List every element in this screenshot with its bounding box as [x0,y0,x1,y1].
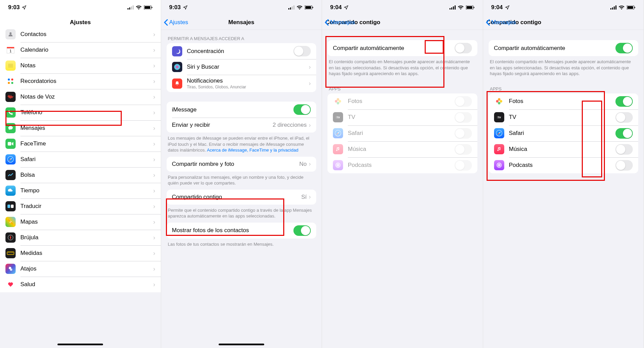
chevron-right-icon: › [153,47,155,54]
toggle-tv[interactable] [455,112,472,123]
row-reminders[interactable]: Recordatorios › [0,73,161,89]
music-icon [494,144,504,154]
row-app-tv[interactable]: tv TV [327,109,477,125]
row-label: Safari [348,130,455,137]
row-mostrar-fotos[interactable]: Mostrar fotos de los contactos [167,223,317,239]
row-app-photos[interactable]: Fotos [327,93,477,109]
mensajes-content[interactable]: PERMITIR A MENSAJES ACCEDER A Concentrac… [161,30,322,348]
svg-rect-43 [455,5,456,10]
phone-2-mensajes: 9:03 Ajustes Mensajes PERMITIR A MENSAJE… [161,0,322,348]
chevron-right-icon: › [153,187,155,194]
row-concentracion[interactable]: Concentración [167,43,317,59]
home-indicator[interactable] [57,344,103,345]
signal-icon [288,5,294,10]
toggle-safari[interactable] [615,128,633,139]
home-indicator[interactable] [219,344,264,345]
compartido-content[interactable]: Compartir automáticamente El contenido c… [322,30,483,348]
toggle-imessage[interactable] [293,104,311,115]
row-voice[interactable]: Notas de Voz › [0,89,161,105]
row-translate[interactable]: Traducir › [0,198,161,214]
row-safari[interactable]: Safari › [0,152,161,167]
back-button[interactable]: Ajustes [164,19,188,26]
location-icon [344,5,349,10]
row-value: 2 direcciones [273,122,307,128]
row-label: Bolsa [20,172,153,178]
toggle-show-photos[interactable] [293,225,311,236]
row-app-safari[interactable]: Safari [327,125,477,141]
row-label: Notas [20,62,153,69]
row-notes[interactable]: Notas › [0,58,161,73]
toggle-photos[interactable] [615,96,633,107]
row-app-music[interactable]: Música [489,141,639,157]
row-label: Safari [20,156,153,163]
safari-icon [333,128,343,138]
row-weather[interactable]: Tiempo › [0,183,161,198]
row-app-podcasts[interactable]: Podcasts [327,157,477,173]
chevron-left-icon [486,19,490,26]
row-auto-share[interactable]: Compartir automáticamente [489,40,639,56]
row-phone[interactable]: Teléfono › [0,105,161,120]
stocks-icon [5,170,16,180]
toggle-safari[interactable] [455,128,472,139]
toggle-podcasts[interactable] [455,160,472,171]
signal-icon [610,5,616,10]
row-calendar[interactable]: 1 Calendario › [0,42,161,58]
chevron-right-icon: › [153,93,155,101]
row-app-photos[interactable]: Fotos [489,93,639,109]
chevron-right-icon: › [309,193,311,201]
toggle-photos[interactable] [455,96,472,107]
row-measure[interactable]: Medidas › [0,245,161,261]
compartido-content[interactable]: Compartir automáticamente El contenido c… [483,30,644,348]
row-value: No [299,161,307,168]
svg-rect-62 [634,7,635,8]
row-app-tv[interactable]: tv TV [489,109,639,125]
section-header-apps: APPS [322,80,483,93]
row-label: Atajos [20,265,153,272]
svg-rect-33 [288,8,289,10]
contacts-icon [5,29,16,39]
chevron-right-icon: › [153,31,155,38]
svg-point-14 [8,79,10,81]
row-health[interactable]: Salud › [0,277,161,292]
toggle-auto-share[interactable] [615,43,633,53]
row-facetime[interactable]: FaceTime › [0,136,161,152]
notifications-icon [172,79,182,89]
status-right [288,5,313,10]
back-button[interactable]: Mensajes [486,19,516,26]
toggle-podcasts[interactable] [615,160,633,171]
row-compartir-nombre[interactable]: Compartir nombre y foto No › [167,157,317,172]
toggle-auto-share[interactable] [455,43,472,53]
svg-point-71 [498,165,499,166]
row-maps[interactable]: Mapas › [0,214,161,230]
toggle-music[interactable] [615,144,633,155]
toggle-tv[interactable] [615,112,633,123]
shortcuts-icon [5,264,16,274]
toggle-focus[interactable] [293,46,311,56]
back-button[interactable]: Mensajes [325,19,355,26]
row-app-music[interactable]: Música [327,141,477,157]
row-compartido-contigo[interactable]: Compartido contigo Sí › [167,190,317,205]
row-imessage[interactable]: iMessage [167,102,317,118]
row-notificaciones[interactable]: Notificaciones Tiras, Sonidos, Globos, A… [167,75,317,92]
voice-icon [5,92,16,102]
row-app-podcasts[interactable]: Podcasts [489,157,639,173]
row-enviar-recibir[interactable]: Enviar y recibir 2 direcciones › [167,118,317,133]
row-stocks[interactable]: Bolsa › [0,167,161,183]
row-label: Compartido contigo [172,194,301,201]
footer-show-photos: Las fotos de tus contactos se mostrarán … [161,239,322,251]
svg-rect-61 [627,6,633,9]
row-app-safari[interactable]: Safari [489,125,639,141]
settings-list[interactable]: Contactos ›1 Calendario › Notas › Record… [0,27,161,348]
wifi-icon [136,5,142,10]
row-compass[interactable]: Brújula › [0,230,161,245]
row-label: Salud [20,281,153,288]
toggle-music[interactable] [455,144,472,155]
svg-rect-6 [152,7,152,8]
link-imessage-privacy[interactable]: Acerca de iMessage, FaceTime y la privac… [207,147,298,153]
row-messages[interactable]: Mensajes › [0,120,161,136]
row-shortcuts[interactable]: Atajos › [0,261,161,277]
row-contacts[interactable]: Contactos › [0,27,161,42]
wifi-icon [618,5,625,10]
row-siri[interactable]: Siri y Buscar › [167,59,317,75]
row-auto-share[interactable]: Compartir automáticamente [327,40,477,56]
